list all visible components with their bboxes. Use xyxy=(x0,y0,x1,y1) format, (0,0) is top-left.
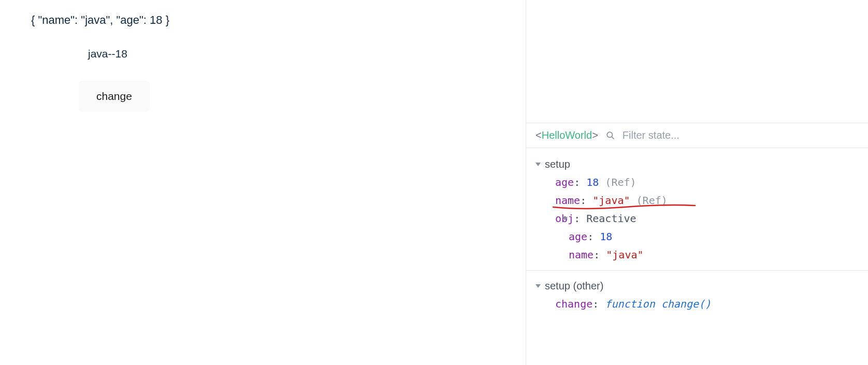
json-display: { "name": "java", "age": 18 } xyxy=(31,13,495,27)
section-label: setup (other) xyxy=(545,277,603,295)
filter-state-input[interactable] xyxy=(623,129,859,141)
chevron-down-icon xyxy=(562,217,568,221)
state-inspector: setup age: 18 (Ref) name: "java" (Ref) o… xyxy=(526,148,868,320)
prop-row-obj[interactable]: obj: Reactive xyxy=(555,210,859,228)
devtools-component-tree[interactable] xyxy=(526,0,868,123)
prop-row-obj-name[interactable]: name: "java" xyxy=(569,246,859,264)
svg-point-0 xyxy=(607,132,612,137)
prop-row-obj-age[interactable]: age: 18 xyxy=(569,228,859,246)
selected-component-tag: <HelloWorld> xyxy=(536,129,598,141)
app-preview-panel: { "name": "java", "age": 18 } java--18 c… xyxy=(0,0,526,365)
prop-row-name[interactable]: name: "java" (Ref) xyxy=(555,192,859,210)
setup-section-header[interactable]: setup xyxy=(536,155,859,173)
section-label: setup xyxy=(545,155,570,173)
chevron-down-icon xyxy=(536,284,541,288)
data-text: java--18 xyxy=(88,48,495,60)
devtools-header: <HelloWorld> xyxy=(526,123,868,148)
change-button[interactable]: change xyxy=(79,81,150,112)
devtools-panel: <HelloWorld> setup age: 18 (Ref) name: "… xyxy=(526,0,868,365)
search-icon xyxy=(605,130,615,140)
section-divider xyxy=(526,270,868,271)
prop-row-age[interactable]: age: 18 (Ref) xyxy=(555,173,859,192)
svg-line-1 xyxy=(612,137,614,139)
prop-row-change[interactable]: change: function change() xyxy=(555,295,859,313)
setup-other-section-header[interactable]: setup (other) xyxy=(536,277,859,295)
chevron-down-icon xyxy=(536,163,541,166)
